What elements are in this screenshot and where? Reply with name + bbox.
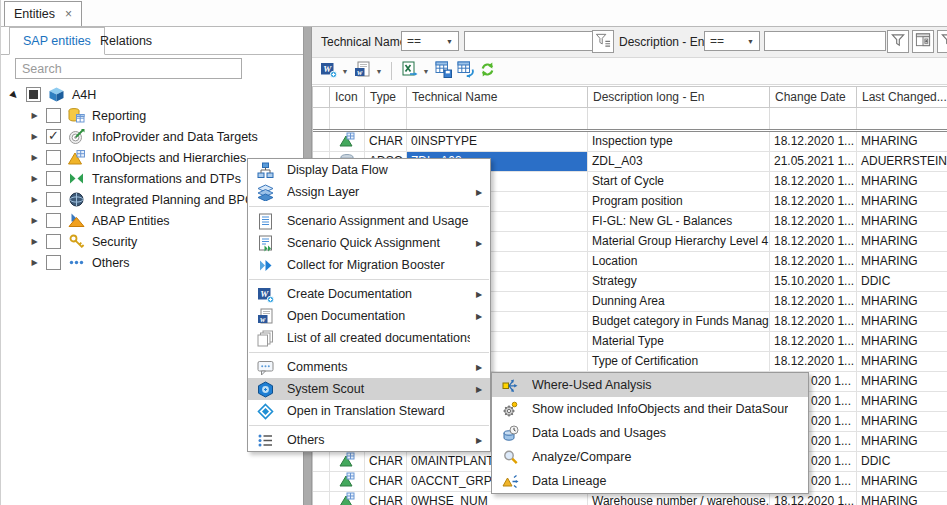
menu-item-display-data-flow[interactable]: Display Data Flow — [248, 159, 490, 181]
filter-value-input-description-en[interactable] — [764, 31, 886, 51]
menu-item-open-documentation[interactable]: wOpen Documentation▶ — [248, 305, 490, 327]
word-open-button[interactable]: w — [351, 60, 373, 82]
expand-arrow-icon[interactable]: ▶ — [28, 132, 41, 141]
expand-arrow-icon[interactable]: ▶ — [28, 153, 41, 162]
last-changed-by-cell: MHARING — [857, 332, 947, 351]
change-date-cell: 21.05.2021 1... — [770, 152, 857, 171]
dock-panel-button[interactable] — [912, 30, 934, 53]
filter-row-cell[interactable] — [330, 108, 365, 129]
tree-item-label: Reporting — [92, 109, 146, 123]
column-header-technical-name[interactable]: Technical Name — [407, 87, 588, 107]
menu-item-others[interactable]: Others▶ — [248, 429, 490, 451]
last-changed-by-cell: MHARING — [857, 172, 947, 191]
menu-item-where-used-analysis[interactable]: Where-Used Analysis — [492, 373, 808, 397]
tree-item-a4h[interactable]: ▶A4H — [1, 84, 304, 105]
tree-checkbox[interactable] — [46, 108, 61, 123]
expand-arrow-icon[interactable]: ▶ — [28, 174, 41, 183]
close-tab-icon[interactable]: × — [65, 8, 72, 20]
filter-button[interactable] — [887, 30, 909, 53]
description-cell: Type of Certification — [588, 352, 770, 371]
last-changed-by-cell: MHARING — [857, 472, 947, 491]
expand-arrow-icon[interactable]: ▶ — [28, 216, 41, 225]
tree-checkbox[interactable] — [46, 150, 61, 165]
filter-row-cell[interactable] — [857, 108, 947, 129]
grid-restore-button[interactable] — [454, 60, 476, 82]
table-row[interactable]: CHAR0INSPTYPEInspection type18.12.2020 1… — [313, 132, 947, 152]
where-used-icon — [502, 377, 519, 394]
menu-item-label: Data Loads and Usages — [532, 426, 788, 440]
filter-operator-select-technical-name[interactable]: ==▼ — [401, 31, 459, 51]
infoprovider-icon — [68, 128, 85, 145]
dropdown-caret-icon[interactable]: ▼ — [373, 68, 385, 75]
expand-arrow-icon[interactable]: ▶ — [28, 237, 41, 246]
menu-item-comments[interactable]: Comments▶ — [248, 356, 490, 378]
word-create-button[interactable]: W — [317, 60, 339, 82]
tree-checkbox[interactable] — [46, 213, 61, 228]
menu-item-create-documentation[interactable]: WCreate Documentation▶ — [248, 283, 490, 305]
refresh-icon — [479, 61, 496, 81]
menu-item-label: System Scout — [287, 382, 470, 396]
menu-separator — [249, 425, 489, 426]
collapse-arrow-icon[interactable]: ▶ — [6, 86, 22, 102]
tree-item-label: Integrated Planning and BPC — [92, 193, 254, 207]
filter-value-input-technical-name[interactable] — [464, 31, 594, 51]
menu-item-open-in-translation-steward[interactable]: Open in Translation Steward — [248, 400, 490, 422]
last-changed-by-cell: MHARING — [857, 132, 947, 151]
word-open-icon: w — [354, 61, 371, 81]
submenu-arrow-icon: ▶ — [476, 385, 484, 394]
menu-item-show-included-infoobjects-and-their-datasources[interactable]: Show included InfoObjects and their Data… — [492, 397, 808, 421]
last-changed-by-cell: MHARING — [857, 312, 947, 331]
filter-cut-button[interactable] — [937, 30, 947, 53]
menu-item-data-loads-and-usages[interactable]: Data Loads and Usages — [492, 421, 808, 445]
tree-item-reporting[interactable]: ▶Reporting — [1, 105, 304, 126]
tree-checkbox[interactable] — [46, 192, 61, 207]
menu-item-collect-for-migration-booster[interactable]: Collect for Migration Booster — [248, 254, 490, 276]
menu-item-scenario-quick-assignment[interactable]: Scenario Quick Assignment▶ — [248, 232, 490, 254]
column-header-last-changed-[interactable]: Last Changed... — [857, 87, 947, 107]
search-input[interactable] — [15, 58, 242, 79]
filter-row-cell[interactable] — [407, 108, 588, 129]
tree-checkbox[interactable] — [46, 234, 61, 249]
description-cell: Strategy — [588, 272, 770, 291]
grid-save-button[interactable] — [432, 60, 454, 82]
dropdown-caret-icon[interactable]: ▼ — [420, 68, 432, 75]
menu-item-system-scout[interactable]: System Scout▶ — [248, 378, 490, 400]
tree-checkbox[interactable] — [26, 87, 41, 102]
change-date-cell: 15.10.2020 1... — [770, 272, 857, 291]
excel-export-button[interactable] — [398, 60, 420, 82]
menu-item-assign-layer[interactable]: Assign Layer▶ — [248, 181, 490, 203]
type-cell: CHAR — [365, 452, 407, 471]
menu-item-data-lineage[interactable]: Data Lineage — [492, 469, 808, 493]
last-changed-by-cell: MHARING — [857, 212, 947, 231]
tree-checkbox[interactable] — [46, 129, 61, 144]
column-header-type[interactable]: Type — [365, 87, 407, 107]
column-header-description-long-en[interactable]: Description long - En — [588, 87, 770, 107]
menu-item-label: Where-Used Analysis — [532, 378, 788, 392]
expand-arrow-icon[interactable]: ▶ — [28, 111, 41, 120]
filter-operator-value: == — [407, 34, 421, 48]
tree-checkbox[interactable] — [46, 171, 61, 186]
column-header-icon[interactable]: Icon — [330, 87, 365, 107]
menu-item-list-of-all-created-documentations[interactable]: List of all created documentations — [248, 327, 490, 349]
tab-entities[interactable]: Entities × — [4, 1, 82, 26]
filter-row-cell[interactable] — [365, 108, 407, 129]
filter-lines-button[interactable] — [592, 30, 614, 53]
security-icon — [68, 233, 85, 250]
menu-item-scenario-assignment-and-usage[interactable]: Scenario Assignment and Usage — [248, 210, 490, 232]
column-header-change-date[interactable]: Change Date — [770, 87, 857, 107]
filter-row-cell[interactable] — [770, 108, 857, 129]
tree-checkbox[interactable] — [46, 255, 61, 270]
expand-arrow-icon[interactable]: ▶ — [28, 258, 41, 267]
filter-operator-select-description-en[interactable]: ==▼ — [704, 31, 760, 51]
dropdown-caret-icon[interactable]: ▼ — [339, 68, 351, 75]
menu-item-analyze-compare[interactable]: Analyze/Compare — [492, 445, 808, 469]
filter-row-cell[interactable] — [588, 108, 770, 129]
change-date-cell: 18.12.2020 1... — [770, 312, 857, 331]
infoobjects-icon — [68, 149, 85, 166]
refresh-button[interactable] — [476, 60, 498, 82]
tree-item-infoprovider-and-data-targets[interactable]: ▶InfoProvider and Data Targets — [1, 126, 304, 147]
expand-arrow-icon[interactable]: ▶ — [28, 195, 41, 204]
description-cell: Budget category in Funds Manag... — [588, 312, 770, 331]
data-flow-icon — [257, 162, 274, 179]
tab-relations[interactable]: Relations — [87, 27, 165, 54]
